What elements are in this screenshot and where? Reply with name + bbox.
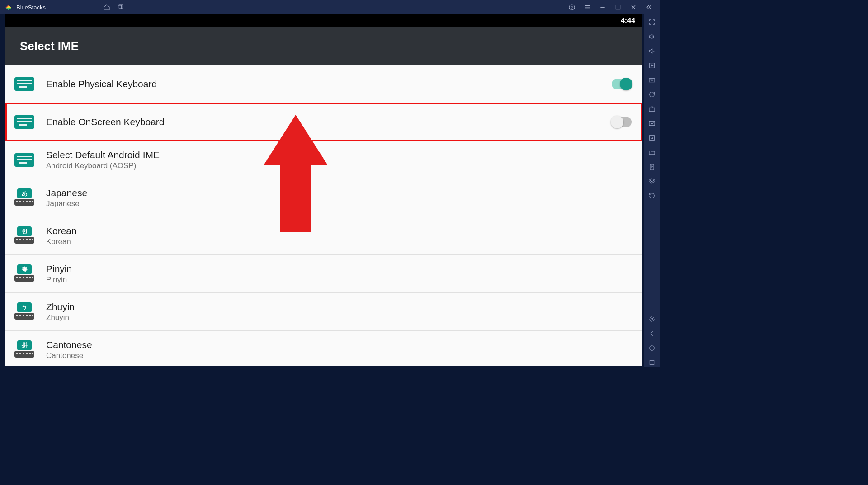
setting-row-japanese[interactable]: あJapaneseJapanese: [5, 179, 642, 217]
svg-point-10: [651, 137, 653, 139]
setting-secondary-label: Japanese: [46, 199, 632, 208]
ime-keyboard-icon: あ: [14, 188, 34, 208]
volume-up-icon[interactable]: [647, 32, 657, 42]
install-apk-icon[interactable]: [647, 162, 657, 172]
maximize-icon[interactable]: [613, 2, 623, 12]
setting-secondary-label: Korean: [46, 237, 632, 246]
layers-icon[interactable]: [647, 176, 657, 186]
setting-primary-label: Select Default Android IME: [46, 150, 632, 160]
keyboard-icon: [14, 112, 34, 132]
chevrons-left-icon[interactable]: [644, 2, 654, 12]
page-title: Select IME: [5, 27, 642, 65]
setting-secondary-label: Pinyin: [46, 275, 632, 284]
right-sidebar: [644, 14, 660, 367]
svg-point-12: [651, 318, 653, 320]
toggle-enable-onscreen[interactable]: [612, 117, 632, 127]
svg-rect-0: [118, 5, 122, 9]
status-time: 4:44: [621, 17, 635, 25]
refresh-icon[interactable]: [647, 89, 657, 99]
bluestacks-logo-icon: [5, 3, 13, 11]
folder-icon[interactable]: [647, 147, 657, 157]
image-adjust-icon[interactable]: [647, 118, 657, 128]
minimize-icon[interactable]: [598, 2, 608, 12]
setting-row-enable-onscreen[interactable]: Enable OnScreen Keyboard: [5, 103, 642, 141]
multi-window-icon[interactable]: [115, 2, 125, 12]
keyboard-icon: [14, 150, 34, 170]
setting-primary-label: Pinyin: [46, 264, 632, 274]
screenshot-icon[interactable]: [647, 133, 657, 143]
ime-keyboard-icon: 拼: [14, 340, 34, 360]
play-square-icon[interactable]: [647, 61, 657, 71]
setting-secondary-label: Zhuyin: [46, 313, 632, 322]
back-icon[interactable]: [647, 329, 657, 339]
setting-row-korean[interactable]: 한KoreanKorean: [5, 217, 642, 255]
keyboard-icon: [14, 74, 34, 94]
setting-primary-label: Korean: [46, 226, 632, 236]
setting-row-zhuyin[interactable]: ㄅZhuyinZhuyin: [5, 293, 642, 331]
setting-primary-label: Zhuyin: [46, 301, 632, 312]
android-status-bar: 4:44: [5, 14, 642, 27]
bluestacks-titlebar: BlueStacks ?: [0, 0, 660, 14]
app-name: BlueStacks: [16, 4, 46, 11]
hamburger-icon[interactable]: [582, 2, 592, 12]
setting-primary-label: Enable Physical Keyboard: [46, 79, 612, 89]
settings-list: Enable Physical KeyboardEnable OnScreen …: [5, 65, 642, 366]
setting-row-default-ime[interactable]: Select Default Android IMEAndroid Keyboa…: [5, 141, 642, 179]
setting-primary-label: Japanese: [46, 188, 632, 198]
ime-keyboard-icon: 粵: [14, 264, 34, 284]
keyboard-map-icon[interactable]: [647, 75, 657, 85]
ime-keyboard-icon: ㄅ: [14, 302, 34, 322]
fullscreen-icon[interactable]: [647, 17, 657, 27]
setting-primary-label: Enable OnScreen Keyboard: [46, 117, 612, 127]
svg-rect-4: [616, 5, 620, 9]
settings-gear-icon[interactable]: [647, 314, 657, 324]
setting-row-pinyin[interactable]: 粵PinyinPinyin: [5, 255, 642, 293]
setting-row-cantonese[interactable]: 拼CantoneseCantonese: [5, 331, 642, 366]
svg-text:?: ?: [571, 5, 573, 9]
home-icon[interactable]: [102, 2, 112, 12]
svg-rect-9: [650, 136, 655, 141]
home-circle-icon[interactable]: [647, 343, 657, 353]
setting-secondary-label: Android Keyboard (AOSP): [46, 161, 632, 170]
svg-rect-14: [650, 360, 654, 364]
page-title-text: Select IME: [20, 39, 79, 53]
recents-icon[interactable]: [647, 358, 657, 367]
briefcase-icon[interactable]: [647, 104, 657, 114]
close-icon[interactable]: [628, 2, 638, 12]
svg-rect-1: [119, 5, 123, 8]
svg-rect-7: [649, 108, 655, 111]
setting-primary-label: Cantonese: [46, 339, 632, 350]
emulator-viewport: 4:44 Select IME Enable Physical Keyboard…: [5, 14, 642, 366]
rotate-icon[interactable]: [647, 191, 657, 201]
setting-secondary-label: Cantonese: [46, 351, 632, 360]
svg-rect-6: [649, 79, 655, 82]
setting-row-enable-physical[interactable]: Enable Physical Keyboard: [5, 65, 642, 103]
toggle-enable-physical[interactable]: [612, 79, 632, 89]
help-icon[interactable]: ?: [567, 2, 577, 12]
svg-point-13: [650, 346, 655, 351]
ime-keyboard-icon: 한: [14, 226, 34, 246]
volume-down-icon[interactable]: [647, 46, 657, 56]
